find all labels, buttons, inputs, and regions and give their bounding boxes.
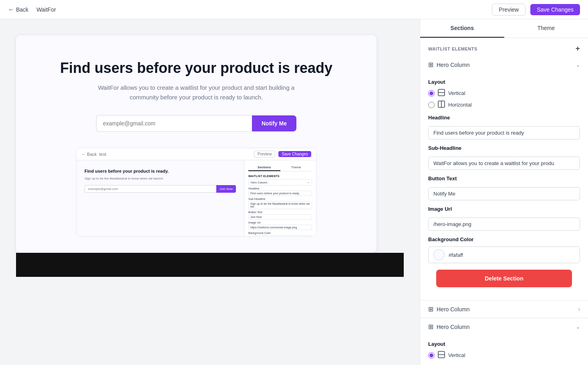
ss-notify-btn: Join Now xyxy=(216,185,236,193)
ss-project: test xyxy=(99,152,107,157)
accordion-hero-body: Layout Vertical xyxy=(420,79,588,300)
screenshot-topbar: ← Back test Preview Save Changes xyxy=(77,148,316,160)
subheadline-input[interactable] xyxy=(428,157,580,170)
bg-color-label: Background Color xyxy=(428,236,580,242)
ss-email-input xyxy=(85,185,216,193)
layout-radio-group-2: Vertical xyxy=(428,351,580,359)
headline-label: Headline xyxy=(428,115,580,121)
color-value: #fafaff xyxy=(449,252,463,258)
grid-icon: ⊞ xyxy=(428,61,433,69)
page-card: Find users before your product is ready … xyxy=(16,35,377,253)
chevron-down-icon-2: ⌄ xyxy=(576,324,580,330)
ss-sub-group: Sub-Headline Sign up to be the flasddasd… xyxy=(248,198,312,209)
tab-theme[interactable]: Theme xyxy=(504,19,588,38)
delete-section-button[interactable]: Delete Section xyxy=(436,270,572,287)
ss-main: Find users before your product is ready.… xyxy=(77,160,244,236)
save-button[interactable]: Save Changes xyxy=(530,4,580,15)
collapsed-title-1: Hero Column xyxy=(437,306,469,313)
accordion-hero-collapsed-header-1[interactable]: ⊞ Hero Column › xyxy=(420,300,588,318)
button-text-input[interactable] xyxy=(428,187,580,200)
chevron-down-icon: ⌄ xyxy=(576,62,580,68)
canvas-area: Find users before your product is ready … xyxy=(0,19,420,365)
ss-color-circle xyxy=(248,236,252,237)
headline-input[interactable] xyxy=(428,126,580,139)
waitlist-elements-label: WAITLIST ELEMENTS xyxy=(428,46,477,51)
layout-label: Layout xyxy=(428,79,580,85)
preview-button[interactable]: Preview xyxy=(492,4,526,16)
layout-vertical-radio-2[interactable] xyxy=(428,352,435,359)
topbar: ← Back WaitFor Preview Save Changes xyxy=(0,0,588,19)
layout-icon-horizontal xyxy=(438,101,445,109)
accordion-hero-collapsed-2: ⊞ Hero Column ⌄ Layout xyxy=(420,318,588,365)
black-strip xyxy=(16,253,404,277)
image-url-input[interactable] xyxy=(428,218,580,231)
layout-vertical-2[interactable]: Vertical xyxy=(428,351,580,359)
layout-label-2: Layout xyxy=(428,341,580,347)
layout-horizontal-radio[interactable] xyxy=(428,102,435,108)
back-button[interactable]: ← Back xyxy=(8,6,28,13)
layout-vertical[interactable]: Vertical xyxy=(428,89,580,97)
image-url-label: Image Url xyxy=(428,206,580,212)
topbar-right: Preview Save Changes xyxy=(492,4,580,16)
ss-sidebar: Sections Theme WAITLIST ELEMENTS Hero Co… xyxy=(244,160,316,236)
tab-sections[interactable]: Sections xyxy=(420,19,504,38)
email-input[interactable] xyxy=(96,115,252,132)
screenshot-preview: ← Back test Preview Save Changes Find us… xyxy=(76,148,316,237)
button-text-label: Button Text xyxy=(428,175,580,181)
accordion-body-2: Layout Vertical xyxy=(420,341,588,365)
ss-back: ← Back xyxy=(81,152,97,157)
ss-preview-btn: Preview xyxy=(254,151,276,157)
accordion-hero-collapsed-1: ⊞ Hero Column › xyxy=(420,300,588,318)
accordion-hero-header[interactable]: ⊞ Hero Column ⌄ xyxy=(420,56,588,73)
hero-subheadline: WaitFor allows you to create a waitlist … xyxy=(92,83,300,102)
topbar-left: ← Back WaitFor xyxy=(8,6,56,13)
sidebar-tabs: Sections Theme xyxy=(420,19,588,38)
ss-tab-theme: Theme xyxy=(280,164,312,171)
ss-form: Join Now xyxy=(85,185,236,193)
ss-tabs: Sections Theme xyxy=(248,164,312,171)
accordion-hero-collapsed-header-2[interactable]: ⊞ Hero Column ⌄ xyxy=(420,318,588,335)
project-name: WaitFor xyxy=(36,6,56,13)
collapsed-title-2: Hero Column xyxy=(437,324,469,330)
accordion-hero-open: ⊞ Hero Column ⌄ Layout xyxy=(420,56,588,300)
ss-hero-headline: Find users before your product is ready. xyxy=(85,168,236,174)
notify-button[interactable]: Notify Me xyxy=(252,115,296,131)
ss-headline-group: Headline Find users before your product … xyxy=(248,187,312,196)
color-swatch[interactable] xyxy=(433,249,445,260)
waitlist-elements-header: WAITLIST ELEMENTS + xyxy=(420,38,588,56)
ss-elements-label: WAITLIST ELEMENTS xyxy=(248,175,312,177)
ss-bg-group: Background Color #f0f7 xyxy=(248,232,312,236)
ss-save-btn: Save Changes xyxy=(278,151,311,157)
right-sidebar: Sections Theme WAITLIST ELEMENTS + ⊞ Her… xyxy=(420,19,588,365)
add-section-icon[interactable]: + xyxy=(576,44,580,53)
ss-tab-sections: Sections xyxy=(248,164,280,171)
ss-img-group: Image Url https://rawform.com/social-ima… xyxy=(248,221,312,230)
hero-headline: Find users before your product is ready xyxy=(32,59,360,77)
layout-vertical-radio[interactable] xyxy=(428,90,435,97)
main-layout: Find users before your product is ready … xyxy=(0,19,588,365)
grid-icon-3: ⊞ xyxy=(428,323,433,331)
back-label: Back xyxy=(16,6,28,13)
layout-icon-vertical-2 xyxy=(438,351,445,359)
ss-btn-group: Button Text Join Now xyxy=(248,211,312,220)
subheadline-label: Sub-Headline xyxy=(428,145,580,151)
bg-color-field: #fafaff xyxy=(428,246,580,263)
hero-form: Notify Me xyxy=(96,115,296,132)
accordion-hero-title: Hero Column xyxy=(437,62,469,68)
screenshot-body: Find users before your product is ready.… xyxy=(77,160,316,236)
ss-hero-sub: Sign up to be the flasddasdrat to know w… xyxy=(85,176,236,181)
layout-horizontal[interactable]: Horizontal xyxy=(428,101,580,109)
ss-hero-row: Hero Column ⌄ xyxy=(248,179,312,186)
back-arrow-icon: ← xyxy=(8,6,14,13)
layout-icon-vertical xyxy=(438,89,445,97)
sidebar-content: WAITLIST ELEMENTS + ⊞ Hero Column ⌄ Layo… xyxy=(420,38,588,365)
grid-icon-2: ⊞ xyxy=(428,305,433,313)
layout-radio-group: Vertical Horizontal xyxy=(428,89,580,109)
hero-section: Find users before your product is ready … xyxy=(32,59,360,132)
chevron-right-icon-1: › xyxy=(578,307,580,312)
